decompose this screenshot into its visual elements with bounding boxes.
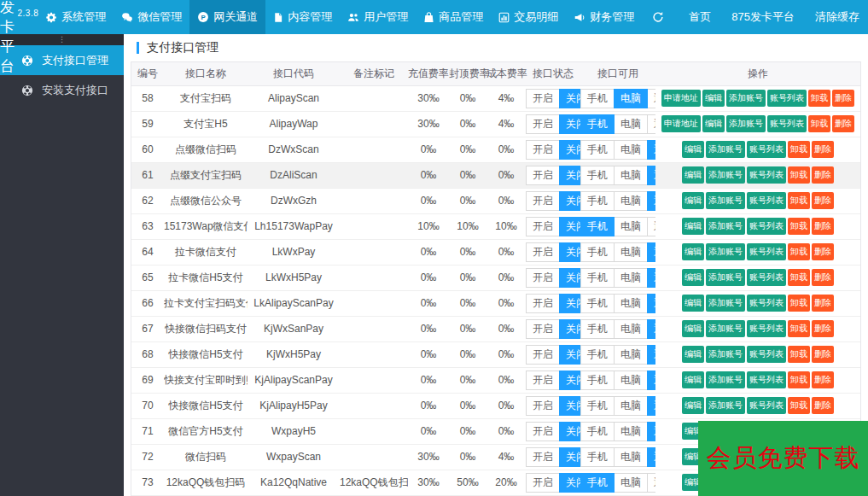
account-list-button[interactable]: 账号列表	[747, 346, 786, 363]
status-on-button[interactable]: 开启	[526, 114, 560, 134]
avail-all-button[interactable]: 通用	[647, 114, 655, 134]
account-list-button[interactable]: 账号列表	[747, 166, 786, 184]
avail-pc-button[interactable]: 电脑	[614, 217, 648, 236]
status-off-button[interactable]: 关闭	[559, 89, 580, 108]
avail-all-button[interactable]: 通用	[647, 242, 655, 262]
nav-item-3[interactable]: 内容管理	[265, 0, 340, 34]
status-off-button[interactable]: 关闭	[559, 345, 580, 365]
avail-pc-button[interactable]: 电脑	[614, 114, 648, 134]
avail-all-button[interactable]: 通用	[647, 217, 655, 236]
add-account-button[interactable]: 添加账号	[706, 269, 745, 286]
home-link[interactable]: 首页	[679, 0, 721, 34]
status-off-button[interactable]: 关闭	[559, 166, 580, 185]
nav-item-2[interactable]: P网关通道	[189, 0, 265, 34]
delete-button[interactable]: 删除	[812, 320, 834, 337]
avail-all-button[interactable]: 通用	[647, 191, 655, 211]
unload-button[interactable]: 卸载	[808, 90, 830, 107]
nav-item-5[interactable]: 商品管理	[416, 0, 491, 34]
status-on-button[interactable]: 开启	[526, 294, 560, 313]
account-list-button[interactable]: 账号列表	[747, 192, 786, 209]
unload-button[interactable]: 卸载	[788, 371, 810, 388]
brand-logo[interactable]: 自动发卡平台 2.3.8	[0, 0, 38, 34]
add-account-button[interactable]: 添加账号	[706, 371, 745, 388]
refresh-button[interactable]	[642, 0, 679, 34]
edit-button[interactable]: 编辑	[702, 115, 725, 132]
avail-mobile-button[interactable]: 手机	[580, 217, 615, 236]
status-off-button[interactable]: 关闭	[559, 371, 580, 390]
unload-button[interactable]: 卸载	[788, 269, 810, 286]
avail-mobile-button[interactable]: 手机	[580, 396, 615, 416]
avail-mobile-button[interactable]: 手机	[580, 294, 615, 313]
avail-all-button[interactable]: 通用	[647, 422, 655, 441]
apply-address-button[interactable]: 申请地址	[661, 90, 701, 107]
avail-all-button[interactable]: 通用	[647, 345, 655, 365]
edit-button[interactable]: 编辑	[682, 346, 704, 363]
avail-all-button[interactable]: 通用	[647, 473, 655, 493]
status-off-button[interactable]: 关闭	[559, 114, 580, 134]
avail-pc-button[interactable]: 电脑	[614, 319, 648, 339]
status-off-button[interactable]: 关闭	[559, 319, 580, 339]
status-on-button[interactable]: 开启	[526, 396, 560, 416]
unload-button[interactable]: 卸载	[808, 115, 830, 132]
avail-pc-button[interactable]: 电脑	[614, 422, 648, 441]
nav-item-0[interactable]: 系统管理	[38, 0, 114, 34]
avail-mobile-button[interactable]: 手机	[580, 319, 615, 339]
delete-button[interactable]: 删除	[812, 371, 834, 388]
unload-button[interactable]: 卸载	[788, 397, 810, 414]
nav-item-6[interactable]: 交易明细	[491, 0, 566, 34]
status-on-button[interactable]: 开启	[526, 422, 560, 441]
nav-item-7[interactable]: 财务管理	[566, 0, 642, 34]
delete-button[interactable]: 删除	[812, 192, 834, 209]
avail-pc-button[interactable]: 电脑	[614, 242, 648, 262]
edit-button[interactable]: 编辑	[682, 320, 704, 337]
avail-mobile-button[interactable]: 手机	[580, 166, 615, 185]
avail-mobile-button[interactable]: 手机	[580, 114, 615, 134]
status-on-button[interactable]: 开启	[526, 268, 560, 288]
delete-button[interactable]: 删除	[812, 218, 834, 235]
unload-button[interactable]: 卸载	[788, 295, 810, 312]
status-off-button[interactable]: 关闭	[559, 473, 580, 493]
avail-all-button[interactable]: 通用	[647, 166, 655, 185]
unload-button[interactable]: 卸载	[788, 192, 810, 209]
clear-cache-button[interactable]: 清除缓存	[805, 0, 868, 34]
account-list-button[interactable]: 账号列表	[767, 90, 807, 107]
apply-address-button[interactable]: 申请地址	[661, 115, 701, 132]
avail-mobile-button[interactable]: 手机	[580, 422, 615, 441]
add-account-button[interactable]: 添加账号	[706, 397, 745, 414]
avail-pc-button[interactable]: 电脑	[614, 268, 648, 288]
avail-pc-button[interactable]: 电脑	[614, 447, 648, 467]
avail-all-button[interactable]: 通用	[647, 447, 655, 467]
avail-pc-button[interactable]: 电脑	[614, 294, 648, 313]
unload-button[interactable]: 卸载	[788, 166, 810, 184]
account-list-button[interactable]: 账号列表	[747, 397, 786, 414]
avail-all-button[interactable]: 通用	[647, 89, 655, 108]
platform-link[interactable]: 875发卡平台	[721, 0, 805, 34]
avail-mobile-button[interactable]: 手机	[580, 242, 615, 262]
add-account-button[interactable]: 添加账号	[726, 115, 766, 132]
status-off-button[interactable]: 关闭	[559, 294, 580, 313]
edit-button[interactable]: 编辑	[702, 90, 725, 107]
add-account-button[interactable]: 添加账号	[706, 192, 745, 209]
avail-all-button[interactable]: 通用	[647, 294, 655, 313]
status-on-button[interactable]: 开启	[526, 217, 560, 236]
delete-button[interactable]: 删除	[832, 90, 854, 107]
avail-all-button[interactable]: 通用	[647, 140, 655, 160]
avail-pc-button[interactable]: 电脑	[614, 166, 648, 185]
sidebar-collapse-handle[interactable]: ⋮	[0, 34, 124, 45]
edit-button[interactable]: 编辑	[682, 397, 704, 414]
add-account-button[interactable]: 添加账号	[706, 346, 745, 363]
status-on-button[interactable]: 开启	[526, 345, 560, 365]
edit-button[interactable]: 编辑	[682, 166, 704, 184]
account-list-button[interactable]: 账号列表	[767, 115, 807, 132]
delete-button[interactable]: 删除	[812, 295, 834, 312]
account-list-button[interactable]: 账号列表	[747, 243, 786, 260]
avail-pc-button[interactable]: 电脑	[614, 371, 648, 390]
status-off-button[interactable]: 关闭	[559, 140, 580, 160]
sidebar-item-1[interactable]: 安装支付接口	[0, 75, 124, 105]
account-list-button[interactable]: 账号列表	[747, 269, 786, 286]
avail-mobile-button[interactable]: 手机	[580, 371, 615, 390]
unload-button[interactable]: 卸载	[788, 141, 810, 158]
avail-mobile-button[interactable]: 手机	[580, 89, 615, 108]
unload-button[interactable]: 卸载	[788, 346, 810, 363]
avail-mobile-button[interactable]: 手机	[580, 191, 615, 211]
